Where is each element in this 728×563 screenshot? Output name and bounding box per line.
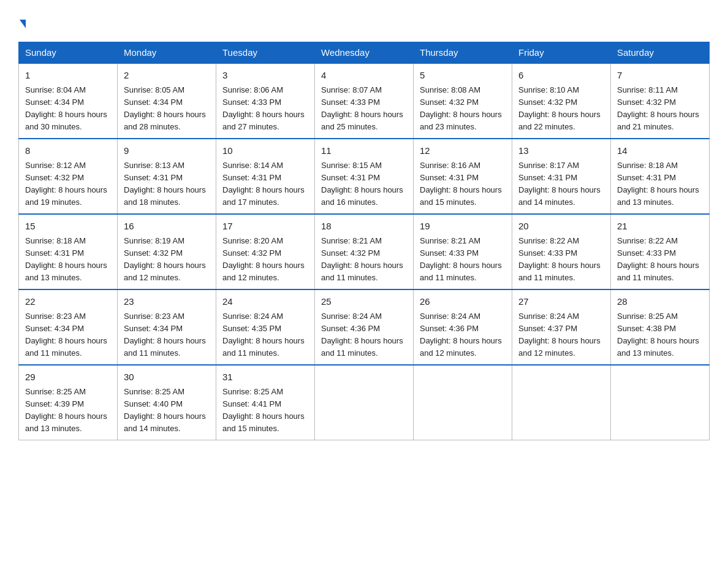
calendar-cell: 4Sunrise: 8:07 AMSunset: 4:33 PMDaylight… [315,63,414,139]
day-number: 28 [617,295,703,309]
calendar-cell: 7Sunrise: 8:11 AMSunset: 4:32 PMDaylight… [611,63,710,139]
day-info: Sunrise: 8:22 AMSunset: 4:33 PMDaylight:… [617,235,703,285]
calendar-cell: 3Sunrise: 8:06 AMSunset: 4:33 PMDaylight… [216,63,315,139]
day-number: 14 [617,144,703,158]
calendar-cell: 23Sunrise: 8:23 AMSunset: 4:34 PMDayligh… [118,289,216,365]
day-info: Sunrise: 8:16 AMSunset: 4:31 PMDaylight:… [420,159,506,209]
day-number: 3 [222,69,308,83]
calendar-cell: 20Sunrise: 8:22 AMSunset: 4:33 PMDayligh… [512,214,611,289]
logo [18,12,26,29]
day-info: Sunrise: 8:24 AMSunset: 4:36 PMDaylight:… [321,310,407,360]
day-info: Sunrise: 8:21 AMSunset: 4:33 PMDaylight:… [420,235,506,285]
calendar-cell [315,365,414,440]
calendar-cell [512,365,611,440]
day-number: 23 [124,295,210,309]
day-info: Sunrise: 8:10 AMSunset: 4:32 PMDaylight:… [518,84,604,134]
calendar-cell: 26Sunrise: 8:24 AMSunset: 4:36 PMDayligh… [414,289,512,365]
calendar-cell: 22Sunrise: 8:23 AMSunset: 4:34 PMDayligh… [19,289,118,365]
day-info: Sunrise: 8:20 AMSunset: 4:32 PMDaylight:… [222,235,308,285]
calendar-cell: 13Sunrise: 8:17 AMSunset: 4:31 PMDayligh… [512,139,611,214]
calendar-cell: 16Sunrise: 8:19 AMSunset: 4:32 PMDayligh… [118,214,216,289]
day-number: 30 [124,370,210,385]
day-number: 11 [321,144,407,158]
day-info: Sunrise: 8:21 AMSunset: 4:32 PMDaylight:… [321,235,407,285]
day-info: Sunrise: 8:22 AMSunset: 4:33 PMDaylight:… [518,235,604,285]
day-info: Sunrise: 8:04 AMSunset: 4:34 PMDaylight:… [25,84,111,134]
calendar-cell: 24Sunrise: 8:24 AMSunset: 4:35 PMDayligh… [216,289,315,365]
calendar-cell: 28Sunrise: 8:25 AMSunset: 4:38 PMDayligh… [611,289,710,365]
day-info: Sunrise: 8:25 AMSunset: 4:38 PMDaylight:… [617,310,703,360]
day-number: 4 [321,69,407,83]
weekday-header-friday: Friday [512,42,611,64]
day-info: Sunrise: 8:25 AMSunset: 4:40 PMDaylight:… [124,386,210,435]
calendar-cell: 14Sunrise: 8:18 AMSunset: 4:31 PMDayligh… [611,139,710,214]
weekday-header-tuesday: Tuesday [216,42,315,64]
day-number: 20 [518,220,604,234]
day-number: 24 [222,295,308,309]
day-number: 12 [420,144,506,158]
calendar-table: SundayMondayTuesdayWednesdayThursdayFrid… [18,42,710,440]
day-info: Sunrise: 8:19 AMSunset: 4:32 PMDaylight:… [124,235,210,285]
day-number: 29 [25,370,111,385]
calendar-cell [611,365,710,440]
calendar-cell: 27Sunrise: 8:24 AMSunset: 4:37 PMDayligh… [512,289,611,365]
day-number: 13 [518,144,604,158]
day-info: Sunrise: 8:24 AMSunset: 4:36 PMDaylight:… [420,310,506,360]
day-info: Sunrise: 8:24 AMSunset: 4:37 PMDaylight:… [518,310,604,360]
calendar-week-row: 1Sunrise: 8:04 AMSunset: 4:34 PMDaylight… [19,63,710,139]
day-info: Sunrise: 8:17 AMSunset: 4:31 PMDaylight:… [518,159,604,209]
weekday-header-row: SundayMondayTuesdayWednesdayThursdayFrid… [19,42,710,64]
calendar-cell: 12Sunrise: 8:16 AMSunset: 4:31 PMDayligh… [414,139,512,214]
calendar-cell [414,365,512,440]
weekday-header-sunday: Sunday [19,42,118,64]
day-info: Sunrise: 8:23 AMSunset: 4:34 PMDaylight:… [25,310,111,360]
day-info: Sunrise: 8:18 AMSunset: 4:31 PMDaylight:… [617,159,703,209]
day-number: 6 [518,69,604,83]
calendar-cell: 5Sunrise: 8:08 AMSunset: 4:32 PMDaylight… [414,63,512,139]
day-info: Sunrise: 8:23 AMSunset: 4:34 PMDaylight:… [124,310,210,360]
day-number: 1 [25,69,111,83]
day-number: 25 [321,295,407,309]
day-number: 9 [124,144,210,158]
calendar-week-row: 22Sunrise: 8:23 AMSunset: 4:34 PMDayligh… [19,289,710,365]
day-number: 17 [222,220,308,234]
day-number: 22 [25,295,111,309]
day-info: Sunrise: 8:25 AMSunset: 4:41 PMDaylight:… [222,386,308,435]
calendar-cell: 19Sunrise: 8:21 AMSunset: 4:33 PMDayligh… [414,214,512,289]
day-number: 18 [321,220,407,234]
day-number: 5 [420,69,506,83]
calendar-week-row: 15Sunrise: 8:18 AMSunset: 4:31 PMDayligh… [19,214,710,289]
day-info: Sunrise: 8:07 AMSunset: 4:33 PMDaylight:… [321,84,407,134]
day-info: Sunrise: 8:24 AMSunset: 4:35 PMDaylight:… [222,310,308,360]
day-info: Sunrise: 8:06 AMSunset: 4:33 PMDaylight:… [222,84,308,134]
day-number: 15 [25,220,111,234]
calendar-cell: 17Sunrise: 8:20 AMSunset: 4:32 PMDayligh… [216,214,315,289]
logo-top [18,12,26,29]
calendar-cell: 9Sunrise: 8:13 AMSunset: 4:31 PMDaylight… [118,139,216,214]
day-number: 31 [222,370,308,385]
calendar-cell: 29Sunrise: 8:25 AMSunset: 4:39 PMDayligh… [19,365,118,440]
logo-triangle-icon [20,20,26,28]
day-number: 16 [124,220,210,234]
calendar-cell: 21Sunrise: 8:22 AMSunset: 4:33 PMDayligh… [611,214,710,289]
calendar-cell: 2Sunrise: 8:05 AMSunset: 4:34 PMDaylight… [118,63,216,139]
calendar-week-row: 29Sunrise: 8:25 AMSunset: 4:39 PMDayligh… [19,365,710,440]
calendar-cell: 25Sunrise: 8:24 AMSunset: 4:36 PMDayligh… [315,289,414,365]
day-number: 7 [617,69,703,83]
weekday-header-wednesday: Wednesday [315,42,414,64]
calendar-cell: 15Sunrise: 8:18 AMSunset: 4:31 PMDayligh… [19,214,118,289]
day-info: Sunrise: 8:14 AMSunset: 4:31 PMDaylight:… [222,159,308,209]
day-number: 10 [222,144,308,158]
day-number: 27 [518,295,604,309]
day-number: 8 [25,144,111,158]
calendar-cell: 10Sunrise: 8:14 AMSunset: 4:31 PMDayligh… [216,139,315,214]
day-info: Sunrise: 8:15 AMSunset: 4:31 PMDaylight:… [321,159,407,209]
day-info: Sunrise: 8:13 AMSunset: 4:31 PMDaylight:… [124,159,210,209]
day-info: Sunrise: 8:25 AMSunset: 4:39 PMDaylight:… [25,386,111,435]
calendar-cell: 8Sunrise: 8:12 AMSunset: 4:32 PMDaylight… [19,139,118,214]
day-info: Sunrise: 8:08 AMSunset: 4:32 PMDaylight:… [420,84,506,134]
calendar-cell: 6Sunrise: 8:10 AMSunset: 4:32 PMDaylight… [512,63,611,139]
page-header [18,12,710,29]
day-info: Sunrise: 8:18 AMSunset: 4:31 PMDaylight:… [25,235,111,285]
weekday-header-monday: Monday [118,42,216,64]
